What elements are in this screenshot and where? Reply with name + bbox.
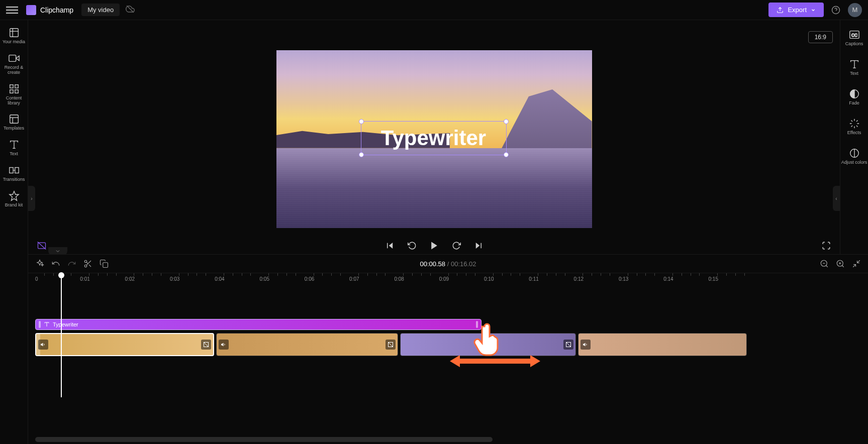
- auto-enhance-icon[interactable]: [35, 259, 44, 268]
- sidebar-label: Transitions: [3, 177, 25, 182]
- text-clip-label: Typewriter: [53, 321, 78, 327]
- fit-button[interactable]: [852, 259, 861, 268]
- menu-button[interactable]: [6, 4, 18, 16]
- resize-handle-tl[interactable]: [359, 119, 364, 124]
- zoom-in-button[interactable]: [836, 259, 845, 268]
- video-clip-2[interactable]: [216, 333, 398, 356]
- time-display: 00:00.58 / 00:16.02: [420, 260, 476, 268]
- skip-back-button[interactable]: [384, 240, 396, 251]
- export-button[interactable]: Export: [768, 3, 824, 17]
- ruler-mark: 0:10: [484, 276, 494, 282]
- text-overlay-content: Typewriter: [381, 126, 486, 150]
- clip-transition-icon[interactable]: [563, 340, 573, 350]
- upload-icon: [777, 7, 784, 14]
- undo-button[interactable]: [51, 259, 60, 268]
- sidebar-item-record[interactable]: Record & create: [1, 50, 27, 78]
- svg-line-48: [204, 343, 209, 347]
- sidebar-item-content-library[interactable]: Content library: [1, 80, 27, 109]
- app-logo[interactable]: Clipchamp: [26, 5, 73, 15]
- app-name: Clipchamp: [40, 6, 73, 14]
- sidebar-item-text[interactable]: Text: [1, 136, 27, 160]
- svg-marker-54: [583, 343, 586, 347]
- ruler-mark: 0:11: [529, 276, 538, 282]
- horizontal-scrollbar[interactable]: [35, 437, 493, 442]
- sidebar-item-adjust-colors[interactable]: Adjust colors: [841, 143, 867, 170]
- sidebar-item-effects[interactable]: Effects: [841, 113, 867, 141]
- brand-kit-icon: [9, 190, 20, 201]
- app-header: Clipchamp My video Export M: [0, 0, 868, 20]
- svg-line-53: [566, 343, 571, 347]
- svg-rect-35: [103, 263, 108, 268]
- sidebar-item-fade[interactable]: Fade: [841, 83, 867, 111]
- sidebar-item-text-props[interactable]: Text: [841, 54, 867, 81]
- video-clip-1[interactable]: [35, 333, 214, 356]
- ruler-mark: 0:03: [170, 276, 179, 282]
- playhead[interactable]: [61, 273, 62, 397]
- resize-handle-tr[interactable]: [504, 119, 509, 124]
- sidebar-item-your-media[interactable]: Your media: [1, 24, 27, 48]
- sidebar-item-templates[interactable]: Templates: [1, 110, 27, 134]
- ruler-mark: 0:05: [260, 276, 269, 282]
- text-icon: [849, 59, 860, 70]
- zoom-out-button[interactable]: [820, 259, 829, 268]
- camera-icon: [9, 53, 20, 64]
- rewind-button[interactable]: [407, 240, 418, 251]
- project-name[interactable]: My video: [81, 4, 120, 16]
- ruler-mark: 0:12: [574, 276, 584, 282]
- sidebar-label: Text: [10, 152, 18, 157]
- svg-rect-6: [10, 84, 13, 87]
- aspect-ratio-selector[interactable]: 16:9: [808, 31, 833, 43]
- sidebar-label: Adjust colors: [841, 160, 867, 165]
- svg-line-33: [89, 265, 91, 267]
- sidebar-label: Fade: [849, 101, 859, 106]
- svg-marker-28: [475, 243, 479, 249]
- sidebar-item-captions[interactable]: CC Captions: [841, 24, 867, 52]
- clip-transition-icon[interactable]: [201, 340, 211, 350]
- clip-transition-icon[interactable]: [385, 340, 396, 350]
- current-time: 00:00.58: [420, 260, 445, 268]
- clip-handle-left[interactable]: [39, 321, 41, 328]
- sidebar-label: Record & create: [1, 65, 27, 75]
- skip-forward-button[interactable]: [473, 240, 484, 251]
- total-time: 00:16.02: [451, 260, 476, 268]
- text-overlay-selection[interactable]: Typewriter: [361, 121, 507, 155]
- timeline-tracks[interactable]: Typewriter: [28, 287, 868, 444]
- clip-mute-icon[interactable]: [38, 340, 48, 350]
- user-avatar[interactable]: M: [848, 3, 862, 17]
- timeline-ruler[interactable]: 00:010:020:030:040:050:060:070:080:090:1…: [28, 273, 868, 287]
- timeline-area: 00:00.58 / 00:16.02 00:010:020:030:040:0…: [28, 254, 868, 444]
- clip-handle-right[interactable]: [476, 321, 478, 328]
- sidebar-item-brand-kit[interactable]: Brand kit: [1, 187, 27, 211]
- captions-icon: CC: [849, 29, 860, 40]
- video-clip-3[interactable]: [400, 333, 576, 356]
- ruler-mark: 0:14: [663, 276, 673, 282]
- clip-mute-icon[interactable]: [581, 340, 591, 350]
- video-clip-4[interactable]: [578, 333, 747, 356]
- text-clip[interactable]: Typewriter: [35, 319, 481, 330]
- svg-line-51: [389, 343, 393, 347]
- clip-mute-icon[interactable]: [219, 340, 229, 350]
- text-icon: [44, 321, 50, 327]
- playback-controls: [28, 240, 840, 251]
- copy-button[interactable]: [100, 259, 109, 268]
- redo-button[interactable]: [67, 259, 76, 268]
- svg-line-40: [842, 265, 843, 267]
- help-button[interactable]: [830, 4, 842, 16]
- sidebar-item-transitions[interactable]: Transitions: [1, 162, 27, 185]
- forward-button[interactable]: [451, 240, 462, 251]
- resize-handle-br[interactable]: [504, 152, 509, 157]
- left-sidebar: Your media Record & create Content libra…: [0, 20, 28, 444]
- ruler-mark: 0:04: [215, 276, 224, 282]
- sidebar-label: Effects: [847, 131, 861, 136]
- play-button[interactable]: [429, 240, 440, 251]
- safe-zone-toggle[interactable]: [36, 240, 47, 251]
- fullscreen-button[interactable]: [821, 240, 832, 251]
- preview-canvas[interactable]: Typewriter: [276, 50, 592, 228]
- resize-handle-bl[interactable]: [359, 152, 364, 157]
- ruler-mark: 0:06: [305, 276, 314, 282]
- cloud-sync-icon[interactable]: [126, 5, 135, 16]
- split-button[interactable]: [83, 259, 92, 268]
- timeline-toolbar: 00:00.58 / 00:16.02: [28, 255, 868, 273]
- ruler-mark: 0:13: [619, 276, 628, 282]
- chevron-down-icon: [811, 8, 816, 13]
